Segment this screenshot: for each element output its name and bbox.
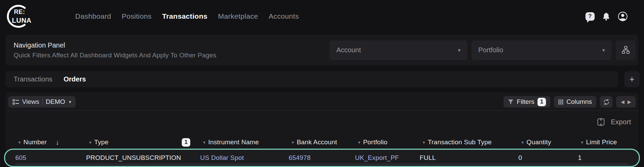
- chevron-down-icon: ▾: [69, 99, 71, 105]
- cell-bank-account[interactable]: 654978: [287, 154, 354, 162]
- table-header-row: ▾ Number ↓ ▾ Type 1 ▾ Instrument Name ▾ …: [10, 136, 634, 149]
- panel-subtitle: Quick Filters Affect All Dashboard Widge…: [14, 52, 216, 59]
- column-label: Portfolio: [363, 138, 388, 146]
- cell-number[interactable]: 605: [10, 154, 85, 162]
- column-menu-icon[interactable]: ▾: [203, 140, 206, 145]
- nav-positions[interactable]: Positions: [122, 12, 151, 20]
- export-action[interactable]: Export: [596, 111, 631, 133]
- column-header-instrument-name[interactable]: ▾ Instrument Name: [199, 138, 288, 146]
- chevron-down-icon: ▾: [602, 47, 605, 53]
- account-select-label: Account: [336, 46, 361, 54]
- column-menu-icon[interactable]: ▾: [423, 140, 425, 145]
- plus-icon: +: [629, 74, 634, 84]
- views-list-icon: [13, 99, 19, 105]
- top-header: RE: LUNA Dashboard Positions Transaction…: [0, 0, 644, 33]
- quick-filter-text: Navigation Panel Quick Filters Affect Al…: [14, 41, 216, 59]
- header-icon-group: ?: [585, 0, 628, 33]
- panel-title: Navigation Panel: [14, 41, 216, 49]
- tab-orders[interactable]: Orders: [64, 75, 86, 83]
- orders-grid-panel: Views DEMO ▾ Filters 1: [5, 92, 639, 167]
- grid-toolbar: Views DEMO ▾ Filters 1: [8, 96, 636, 108]
- export-label: Export: [611, 118, 631, 126]
- column-header-bank-account[interactable]: ▾ Bank Account: [288, 138, 354, 146]
- toolbar-right-group: Filters 1 Columns: [503, 96, 636, 108]
- columns-label: Columns: [566, 98, 592, 106]
- tab-transactions[interactable]: Transactions: [14, 75, 52, 83]
- column-label: Instrument Name: [208, 138, 259, 146]
- portfolio-select-label: Portfolio: [478, 46, 503, 54]
- chevron-down-icon: ▾: [458, 47, 461, 53]
- sort-desc-icon: ↓: [56, 138, 59, 146]
- logo-text-line1: RE:: [14, 8, 25, 16]
- column-label: Bank Account: [297, 138, 337, 146]
- filters-label: Filters: [517, 98, 534, 106]
- divider: [42, 99, 43, 105]
- column-label: Type: [94, 138, 109, 146]
- type-filter-count-badge: 1: [182, 138, 190, 147]
- quick-filter-controls: Account ▾ Portfolio ▾: [329, 40, 635, 60]
- filters-count-badge: 1: [537, 98, 546, 106]
- refresh-button[interactable]: [600, 96, 613, 108]
- column-menu-icon[interactable]: ▾: [292, 140, 294, 145]
- portfolio-select[interactable]: Portfolio ▾: [471, 40, 612, 60]
- nav-marketplace[interactable]: Marketplace: [218, 12, 258, 20]
- user-avatar-icon[interactable]: [618, 12, 628, 21]
- help-icon[interactable]: ?: [585, 12, 595, 21]
- main-nav: Dashboard Positions Transactions Marketp…: [75, 0, 299, 33]
- app-logo[interactable]: RE: LUNA: [5, 3, 33, 30]
- toolbar-divider: [5, 110, 639, 111]
- hierarchy-button[interactable]: [616, 40, 635, 60]
- cell-quantity: 0: [517, 154, 577, 162]
- column-header-portfolio[interactable]: ▾ Portfolio: [354, 138, 419, 146]
- funnel-icon: [508, 99, 514, 105]
- cell-type: PRODUCT_UNSUBSCRIPTION: [85, 154, 199, 162]
- column-menu-icon[interactable]: ▾: [358, 140, 360, 145]
- column-menu-icon[interactable]: ▾: [581, 140, 583, 145]
- column-menu-icon[interactable]: ▾: [89, 140, 92, 145]
- views-selector-button[interactable]: Views DEMO ▾: [8, 96, 76, 108]
- column-menu-icon[interactable]: ▾: [18, 140, 21, 145]
- notifications-bell-icon[interactable]: [602, 12, 611, 21]
- quick-filter-panel: Navigation Panel Quick Filters Affect Al…: [5, 35, 639, 66]
- column-header-type[interactable]: ▾ Type 1: [85, 138, 199, 147]
- page-nav-button[interactable]: ◀ ▶: [616, 96, 636, 108]
- logo-text-line2: LUNA: [12, 17, 32, 24]
- column-label: Quantity: [527, 138, 551, 146]
- table-row-selected[interactable]: 605 PRODUCT_UNSUBSCRIPTION US Dollar Spo…: [4, 149, 640, 167]
- grid-tab-bar: Transactions Orders: [5, 71, 618, 87]
- column-label: Number: [23, 138, 47, 146]
- filters-button[interactable]: Filters 1: [503, 96, 550, 108]
- column-label: Transaction Sub Type: [428, 138, 492, 146]
- nav-accounts[interactable]: Accounts: [269, 12, 299, 20]
- views-label: Views: [22, 98, 39, 106]
- account-select[interactable]: Account ▾: [329, 40, 467, 60]
- export-icon: [596, 117, 606, 127]
- next-page-icon[interactable]: ▶: [628, 99, 631, 105]
- cell-limit-price: 1: [577, 154, 634, 162]
- column-label: Limit Price: [586, 138, 617, 146]
- previous-page-icon[interactable]: ◀: [621, 99, 625, 105]
- columns-icon: [558, 99, 563, 105]
- add-tab-button[interactable]: +: [624, 71, 640, 87]
- cell-portfolio[interactable]: UK_Export_PF: [354, 154, 418, 162]
- column-menu-icon[interactable]: ▾: [521, 140, 524, 145]
- cell-transaction-sub-type: FULL: [418, 154, 517, 162]
- columns-button[interactable]: Columns: [554, 96, 596, 108]
- hierarchy-icon: [621, 45, 630, 55]
- column-header-transaction-sub-type[interactable]: ▾ Transaction Sub Type: [419, 138, 517, 146]
- refresh-icon: [603, 98, 610, 106]
- horizontal-scrollbar[interactable]: [15, 163, 629, 165]
- column-header-limit-price[interactable]: ▾ Limit Price: [577, 138, 634, 146]
- nav-dashboard[interactable]: Dashboard: [75, 12, 111, 20]
- column-header-number[interactable]: ▾ Number ↓: [10, 138, 85, 146]
- nav-transactions[interactable]: Transactions: [162, 12, 207, 20]
- cell-instrument-name[interactable]: US Dollar Spot: [199, 154, 287, 162]
- current-view-name: DEMO: [46, 98, 65, 106]
- column-header-quantity[interactable]: ▾ Quantity: [517, 138, 577, 146]
